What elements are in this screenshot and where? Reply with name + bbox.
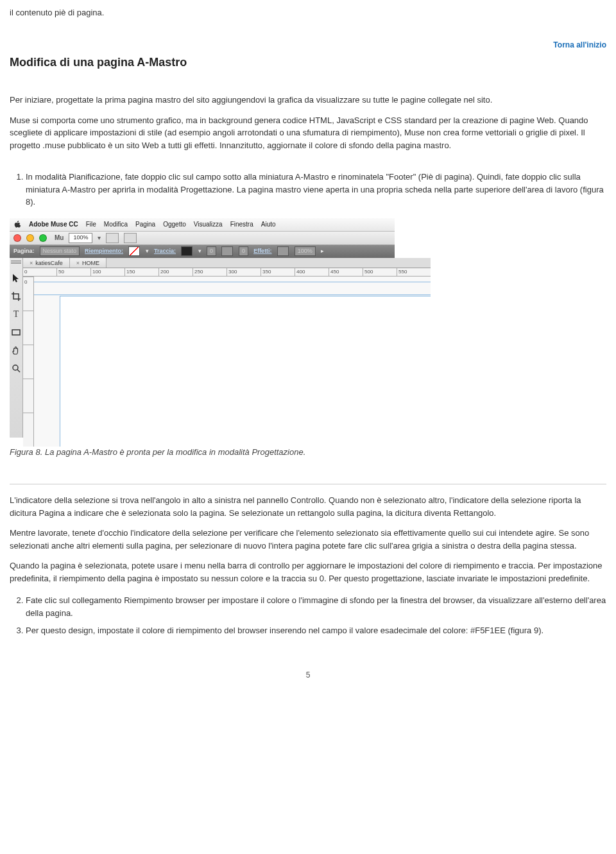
minimize-dot-icon	[26, 234, 34, 242]
dropdown-icon-3: ▸	[321, 247, 324, 256]
grip-icon	[11, 260, 21, 264]
page-number: 5	[10, 669, 606, 681]
canvas	[34, 277, 431, 447]
options-bar: Pagina: Nessun stato Riempimento: ▾ Trac…	[10, 245, 395, 258]
paragraph-2: Muse si comporta come uno strumento graf…	[10, 114, 606, 152]
tab-home: ×HOME	[70, 258, 107, 268]
opt-riempimento-label: Riempimento:	[85, 247, 123, 256]
mu-label: Mu	[55, 233, 64, 243]
paragraph-4: Mentre lavorate, tenete d'occhio l'indic…	[10, 527, 606, 552]
opt-effetti-value: 100%	[295, 246, 316, 256]
vertical-ruler: 0	[23, 277, 34, 447]
apple-icon	[13, 221, 21, 228]
opt-pagina-value: Nessun stato	[40, 246, 80, 256]
svg-point-1	[13, 365, 18, 370]
back-to-top-link[interactable]: Torna all'inizio	[553, 40, 606, 49]
toolbox: T	[10, 258, 23, 438]
fill-swatch-icon	[128, 246, 140, 256]
paragraph-1: Per iniziare, progettate la prima pagina…	[10, 94, 606, 107]
layout-icon	[106, 233, 119, 243]
menu-aiuto: Aiuto	[261, 219, 276, 229]
selection-tool-icon	[10, 272, 22, 285]
guide-line	[34, 295, 431, 295]
paragraph-3: L'indicatore della selezione si trova ne…	[10, 494, 606, 519]
close-tab-icon: ×	[30, 259, 33, 268]
opt-offset-value: 0	[239, 246, 248, 256]
hand-tool-icon	[10, 344, 22, 357]
document-area: ×katiesCafe ×HOME 0501001502002503003504…	[23, 258, 431, 438]
separator	[10, 484, 606, 484]
menu-modifica: Modifica	[104, 219, 128, 229]
menu-finestra: Finestra	[230, 219, 253, 229]
menu-visualizza: Visualizza	[194, 219, 223, 229]
section-heading: Modifica di una pagina A-Mastro	[10, 54, 606, 71]
tab-katiescafe: ×katiesCafe	[23, 258, 70, 268]
opt-effetti-label: Effetti:	[253, 247, 272, 256]
opt-pagina-label: Pagina:	[13, 247, 35, 256]
guide-line	[34, 282, 431, 282]
window-controls-bar: Mu 100% ▾	[10, 232, 395, 245]
horizontal-ruler: 050100150200250300350400450500550	[23, 268, 431, 277]
figure-8-caption: Figura 8. La pagina A-Mastro è pronta pe…	[10, 446, 606, 459]
svg-rect-0	[12, 330, 20, 335]
figure-8-screenshot: Adobe Muse CC File Modifica Pagina Ogget…	[10, 218, 395, 436]
zoom-level: 100%	[69, 233, 92, 243]
opt-traccia-value: 0	[207, 246, 216, 256]
macos-menubar: Adobe Muse CC File Modifica Pagina Ogget…	[10, 218, 395, 232]
workspace: T ×katiesCafe ×HOME 05010015020025030035…	[10, 258, 395, 438]
rectangle-tool-icon	[10, 326, 22, 339]
text-tool-icon: T	[10, 308, 22, 321]
steps-list-1: In modalità Pianificazione, fate doppio …	[10, 171, 606, 209]
document-tabs: ×katiesCafe ×HOME	[23, 258, 431, 269]
menu-file: File	[86, 219, 96, 229]
zoom-dot-icon	[39, 234, 47, 242]
back-link-container: Torna all'inizio	[10, 38, 606, 51]
zoom-tool-icon	[10, 362, 22, 375]
steps-list-2: Fate clic sul collegamento Riempimento b…	[10, 594, 606, 637]
canvas-wrap: 0	[23, 277, 431, 447]
menu-oggetto: Oggetto	[163, 219, 186, 229]
effects-icon	[277, 246, 289, 256]
app-title: Adobe Muse CC	[29, 219, 78, 229]
chevron-down-icon: ▾	[98, 233, 101, 243]
menu-pagina: Pagina	[135, 219, 155, 229]
stroke-swatch-icon	[181, 246, 193, 256]
dropdown-icon: ▾	[146, 247, 149, 256]
step-3: Per questo design, impostate il colore d…	[26, 624, 606, 637]
intro-line: il contenuto piè di pagina.	[10, 6, 606, 19]
page-rect	[60, 296, 431, 447]
dropdown-icon-2: ▾	[198, 247, 201, 256]
opt-traccia-label: Traccia:	[154, 247, 176, 256]
paragraph-5: Quando la pagina è selezionata, potete u…	[10, 559, 606, 585]
close-dot-icon	[13, 234, 21, 242]
layout-icon-2	[124, 233, 137, 243]
step-2: Fate clic sul collegamento Riempimento b…	[26, 594, 606, 619]
svg-line-2	[17, 370, 20, 372]
step-1: In modalità Pianificazione, fate doppio …	[26, 171, 606, 209]
crop-tool-icon	[10, 290, 22, 303]
close-tab-icon-2: ×	[76, 259, 80, 268]
corner-icon	[221, 246, 233, 256]
